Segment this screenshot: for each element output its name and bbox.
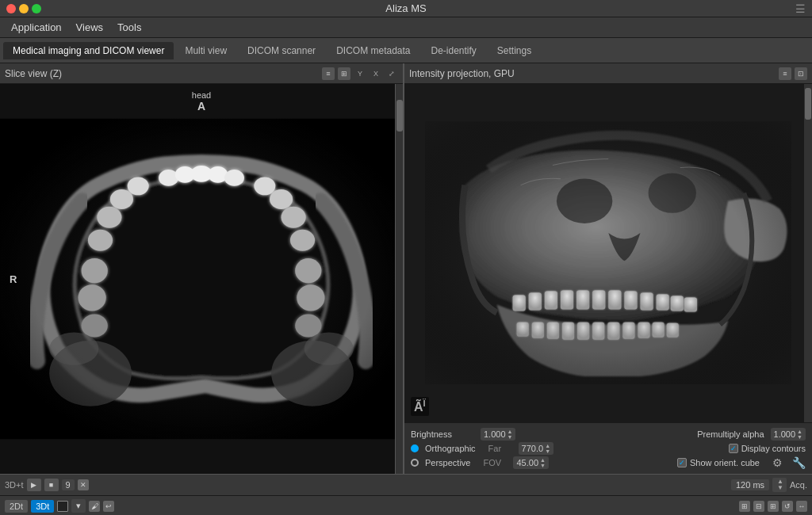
slice-image-area[interactable]: head A R [0, 84, 403, 474]
slice-panel: Slice view (Z) ≡ ⊞ Y X ⤢ head A R [0, 63, 404, 474]
orthographic-radio[interactable] [411, 444, 419, 452]
app-title: Aliza MS [385, 2, 426, 14]
tab-dicom-metadata[interactable]: DICOM metadata [327, 42, 419, 59]
display-contours-label: Display contours [741, 444, 806, 453]
slice-scrollbar[interactable] [395, 84, 403, 474]
grid-icon[interactable]: ⊟ [753, 501, 764, 512]
tab-dicom-scanner[interactable]: DICOM scanner [238, 42, 325, 59]
play-button[interactable]: ▶ [27, 479, 41, 491]
menu-views[interactable]: Views [70, 20, 109, 35]
color-swatch[interactable] [57, 501, 68, 512]
perspective-label: Perspective [425, 458, 470, 467]
titlebar: Aliza MS ☰ [0, 0, 812, 17]
tools-icon[interactable]: 🔧 [792, 456, 806, 469]
fov-value: 45.00 [516, 458, 538, 467]
volume-image-area[interactable]: ÃÏ [404, 84, 812, 422]
tab-multi-view[interactable]: Multi view [175, 42, 236, 59]
dropdown-arrow: ▾ [76, 501, 81, 511]
menubar: Application Views Tools [0, 17, 812, 38]
premultiply-value: 1.000 [774, 429, 796, 439]
settings-icon[interactable]: ⚙ [772, 456, 783, 469]
skull-render [404, 84, 812, 422]
slice-view-label: Slice view (Z) [5, 68, 62, 79]
persp-orient-row: Perspective FOV 45.00 ▲▼ ✓ Show orient. … [411, 456, 806, 469]
scroll-thumb[interactable] [396, 100, 403, 132]
acq-label: Acq. [790, 480, 807, 490]
volume-scroll-thumb[interactable] [805, 88, 811, 120]
ct-scan-canvas [0, 84, 403, 474]
fov-spinner[interactable]: 45.00 ▲▼ [513, 456, 548, 469]
show-orient-check[interactable]: ✓ [677, 458, 687, 467]
close-frame-button[interactable]: ✕ [78, 479, 89, 490]
volume-view-label: Intensity projection, GPU [409, 68, 515, 79]
premultiply-spinner[interactable]: 1.000 ▲▼ [771, 428, 806, 441]
2d-mode-button[interactable]: 2Dt [5, 500, 28, 513]
far-value: 770.0 [522, 444, 544, 453]
premultiply-label: Premultiply alpha [697, 429, 764, 439]
brightness-row: Brightness 1.000 ▲▼ Premultiply alpha 1.… [411, 428, 806, 441]
list-view-icon[interactable]: ≡ [322, 67, 335, 80]
vol-expand-icon[interactable]: ⊡ [795, 67, 807, 80]
svg-rect-24 [0, 119, 403, 439]
color-dropdown[interactable]: ▾ [71, 499, 86, 513]
expand-icon[interactable]: ⤢ [385, 67, 398, 80]
x-icon[interactable]: X [370, 67, 382, 80]
maximize-button[interactable] [32, 4, 41, 13]
layout-icon[interactable]: ⊞ [768, 501, 779, 512]
show-orient-checkbox[interactable]: ✓ Show orient. cube [677, 458, 760, 467]
volume-scrollbar[interactable] [804, 84, 812, 422]
volume-corner-label: ÃÏ [411, 397, 429, 416]
frame-badge: 9 [62, 479, 75, 490]
slice-header: Slice view (Z) ≡ ⊞ Y X ⤢ [0, 63, 403, 84]
tab-settings[interactable]: Settings [488, 42, 541, 59]
orthographic-label: Orthographic [425, 444, 476, 453]
grid-view-icon[interactable]: ⊞ [338, 67, 350, 80]
far-spinner[interactable]: 770.0 ▲▼ [519, 442, 553, 455]
y-icon[interactable]: Y [354, 67, 366, 80]
tab-de-identify[interactable]: De-identify [422, 42, 486, 59]
volume-panel: Intensity projection, GPU ≡ ⊡ [404, 63, 812, 474]
adjust-icon[interactable]: ↔ [796, 501, 807, 512]
volume-header: Intensity projection, GPU ≡ ⊡ [404, 63, 812, 84]
ms-value: 120 ms [731, 479, 769, 490]
brightness-spinner[interactable]: 1.000 ▲▼ [481, 428, 515, 441]
window-controls[interactable] [6, 4, 41, 13]
stop-button[interactable]: ■ [44, 479, 59, 491]
refresh-icon[interactable]: ↺ [782, 501, 793, 512]
timeline-bar: 3D+t ▶ ■ 9 ✕ 120 ms ▲▼ Acq. [0, 474, 812, 496]
brightness-label: Brightness [411, 429, 474, 439]
3d-mode-button[interactable]: 3Dt [31, 500, 54, 513]
vol-list-icon[interactable]: ≡ [779, 67, 791, 80]
timeline-type-label: 3D+t [5, 480, 24, 490]
menu-icon[interactable]: ☰ [795, 2, 806, 15]
tab-dicom-viewer[interactable]: Medical imaging and DICOM viewer [3, 42, 174, 59]
display-contours-checkbox[interactable]: ✓ Display contours [729, 444, 806, 453]
brightness-value: 1.000 [484, 429, 506, 439]
tabbar: Medical imaging and DICOM viewer Multi v… [0, 38, 812, 63]
svg-rect-51 [425, 122, 792, 385]
show-orient-label: Show orient. cube [690, 458, 760, 467]
paint-icon[interactable]: 🖌 [89, 501, 100, 512]
volume-controls: Brightness 1.000 ▲▼ Premultiply alpha 1.… [404, 422, 812, 474]
menu-tools[interactable]: Tools [111, 20, 147, 35]
volume-header-icons: ≡ ⊡ [779, 67, 807, 80]
main-content: Slice view (Z) ≡ ⊞ Y X ⤢ head A R [0, 63, 812, 474]
perspective-radio[interactable] [411, 459, 419, 467]
ortho-contours-row: Orthographic Far 770.0 ▲▼ ✓ Display cont… [411, 442, 806, 455]
copy-icon[interactable]: ⊞ [739, 501, 750, 512]
viewmode-bar: 2Dt 3Dt ▾ 🖌 ↩ ⊞ ⊟ ⊞ ↺ ↔ [0, 496, 812, 515]
fov-label: FOV [483, 458, 507, 467]
undo-icon[interactable]: ↩ [103, 501, 114, 512]
minimize-button[interactable] [19, 4, 29, 13]
ms-spinner[interactable]: ▲▼ [772, 478, 787, 492]
menu-application[interactable]: Application [5, 20, 68, 35]
close-button[interactable] [6, 4, 16, 13]
slice-header-icons: ≡ ⊞ Y X ⤢ [322, 67, 398, 80]
far-label: Far [488, 444, 512, 453]
display-contours-check[interactable]: ✓ [729, 444, 738, 453]
